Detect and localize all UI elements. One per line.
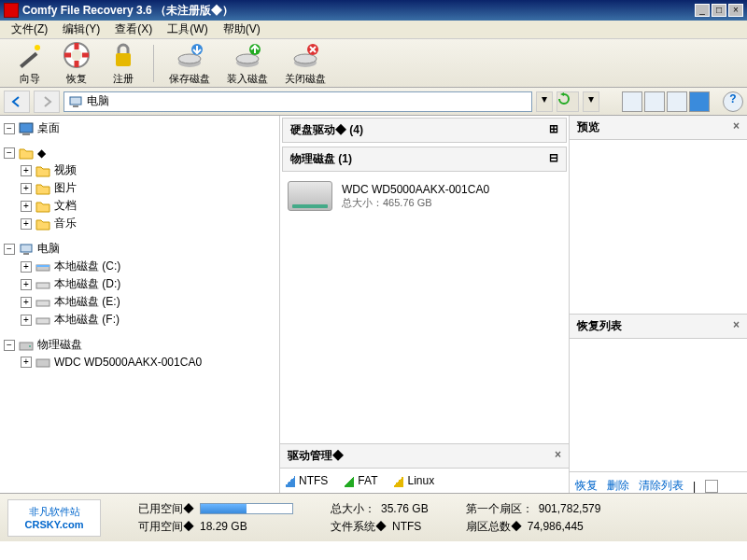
- view-list-button[interactable]: [644, 91, 665, 112]
- free-space-value: 18.29 GB: [200, 520, 247, 533]
- collapse-icon[interactable]: −: [4, 123, 15, 134]
- expand-icon[interactable]: +: [21, 279, 32, 290]
- collapse-icon[interactable]: −: [4, 147, 15, 159]
- tree-documents[interactable]: + 文档: [4, 197, 275, 215]
- filesystem-value: NTFS: [392, 520, 421, 533]
- tree-desktop[interactable]: − 桌面: [4, 119, 275, 137]
- tree-disk-e[interactable]: + 本地磁盘 (E:): [4, 293, 275, 311]
- expand-icon[interactable]: +: [21, 165, 32, 176]
- expand-icon[interactable]: +: [21, 183, 32, 194]
- device-item[interactable]: WDC WD5000AAKX-001CA0 总大小：465.76 GB: [280, 174, 569, 218]
- folder-icon: [19, 146, 34, 161]
- list-toggle-button[interactable]: [705, 480, 718, 493]
- menu-file[interactable]: 文件(Z): [4, 20, 55, 39]
- computer-icon: [19, 242, 34, 257]
- svg-rect-0: [20, 52, 37, 68]
- tree-disk-d[interactable]: + 本地磁盘 (D:): [4, 275, 275, 293]
- physical-category-header[interactable]: 物理磁盘 (1) ⊟: [282, 147, 567, 172]
- collapse-icon[interactable]: ⊟: [549, 151, 558, 167]
- tree-user[interactable]: − ◆: [4, 145, 275, 161]
- svg-point-1: [35, 45, 40, 50]
- expand-icon[interactable]: +: [21, 357, 32, 368]
- close-icon[interactable]: ×: [733, 119, 740, 135]
- delete-link[interactable]: 删除: [607, 478, 629, 494]
- svg-point-12: [294, 54, 317, 63]
- tree-wdc[interactable]: + WDC WD5000AAKX-001CA0: [4, 354, 275, 371]
- tree-video[interactable]: + 视频: [4, 161, 275, 179]
- svg-rect-22: [36, 283, 49, 288]
- wizard-button[interactable]: 向导: [7, 38, 52, 88]
- disk-save-icon: [175, 40, 204, 70]
- address-input[interactable]: 电脑: [63, 91, 532, 112]
- close-button[interactable]: ×: [728, 4, 743, 17]
- expand-icon[interactable]: +: [21, 201, 32, 212]
- svg-rect-4: [116, 53, 131, 66]
- svg-rect-19: [23, 253, 29, 255]
- drive-icon: [35, 313, 50, 328]
- minimize-button[interactable]: _: [695, 4, 710, 17]
- svg-rect-14: [70, 97, 81, 105]
- window-title: Comfy File Recovery 3.6 （未注册版◆）: [22, 3, 693, 19]
- tree-panel: − 桌面 − ◆ + 视频 + 图片 + 文档 + 音乐: [0, 116, 280, 493]
- tree-physical[interactable]: − 物理磁盘: [4, 336, 275, 354]
- menu-edit[interactable]: 编辑(Y): [55, 20, 107, 39]
- close-icon[interactable]: ×: [555, 448, 561, 464]
- hdd-icon: [288, 181, 332, 211]
- tree-computer[interactable]: − 电脑: [4, 240, 275, 258]
- back-button[interactable]: [4, 91, 30, 113]
- total-size-value: 35.76 GB: [381, 502, 429, 515]
- lifebuoy-icon: [62, 40, 92, 70]
- expand-icon[interactable]: +: [21, 261, 32, 273]
- preview-title: 预览: [577, 119, 599, 135]
- lock-icon: [108, 40, 138, 70]
- legend-fat: FAT: [345, 474, 377, 487]
- address-dropdown[interactable]: ▾: [536, 91, 553, 112]
- folder-icon: [35, 163, 50, 178]
- svg-rect-24: [36, 318, 49, 324]
- used-space-label: 已用空间◆: [138, 501, 194, 517]
- view-save-button[interactable]: [689, 91, 710, 112]
- expand-icon[interactable]: +: [21, 315, 32, 326]
- view-details-button[interactable]: [667, 91, 687, 112]
- svg-rect-21: [36, 265, 49, 267]
- help-button[interactable]: ?: [723, 91, 743, 112]
- refresh-button[interactable]: [557, 91, 579, 112]
- load-disk-button[interactable]: 装入磁盘: [219, 38, 275, 88]
- tree-pictures[interactable]: + 图片: [4, 179, 275, 197]
- close-disk-button[interactable]: 关闭磁盘: [277, 38, 333, 88]
- titlebar: Comfy File Recovery 3.6 （未注册版◆） _ □ ×: [0, 0, 747, 21]
- close-icon[interactable]: ×: [733, 318, 740, 334]
- menu-tools[interactable]: 工具(W): [160, 20, 215, 39]
- menu-view[interactable]: 查看(X): [107, 20, 160, 39]
- view-icons-button[interactable]: [622, 91, 642, 112]
- save-disk-button[interactable]: 保存磁盘: [162, 38, 218, 88]
- maximize-button[interactable]: □: [712, 4, 726, 17]
- clear-list-link[interactable]: 清除列表: [639, 478, 684, 494]
- preview-body: [570, 140, 747, 314]
- toolbar: 向导 恢复 注册 保存磁盘 装入磁盘 关闭磁盘: [0, 39, 747, 88]
- expand-icon[interactable]: +: [21, 218, 32, 230]
- device-size: 总大小：465.76 GB: [342, 196, 489, 210]
- tree-disk-c[interactable]: + 本地磁盘 (C:): [4, 258, 275, 275]
- expand-icon[interactable]: ⊞: [549, 122, 558, 138]
- statusbar: 非凡软件站 CRSKY.com 已用空间◆ 可用空间◆ 18.29 GB 总大小…: [0, 493, 747, 541]
- refresh-dropdown[interactable]: ▾: [583, 91, 599, 112]
- expand-icon[interactable]: +: [21, 297, 32, 308]
- sector-count-value: 74,986,445: [528, 520, 584, 533]
- hdd-icon: [35, 355, 50, 370]
- tree-music[interactable]: + 音乐: [4, 215, 275, 232]
- register-button[interactable]: 注册: [101, 38, 146, 88]
- center-panel: 硬盘驱动◆ (4) ⊞ 物理磁盘 (1) ⊟ WDC WD5000AAKX-00…: [280, 116, 570, 493]
- collapse-icon[interactable]: −: [4, 340, 15, 351]
- menu-help[interactable]: 帮助(V): [216, 20, 268, 39]
- drive-icon: [35, 259, 50, 274]
- toolbar-separator: [153, 45, 154, 82]
- forward-button[interactable]: [34, 91, 60, 113]
- hdd-category-header[interactable]: 硬盘驱动◆ (4) ⊞: [282, 118, 567, 143]
- recover-link[interactable]: 恢复: [575, 478, 598, 494]
- recover-button[interactable]: 恢复: [54, 38, 99, 88]
- disk-load-icon: [233, 40, 262, 70]
- tree-disk-f[interactable]: + 本地磁盘 (F:): [4, 311, 275, 329]
- collapse-icon[interactable]: −: [4, 244, 15, 255]
- svg-rect-16: [20, 123, 33, 133]
